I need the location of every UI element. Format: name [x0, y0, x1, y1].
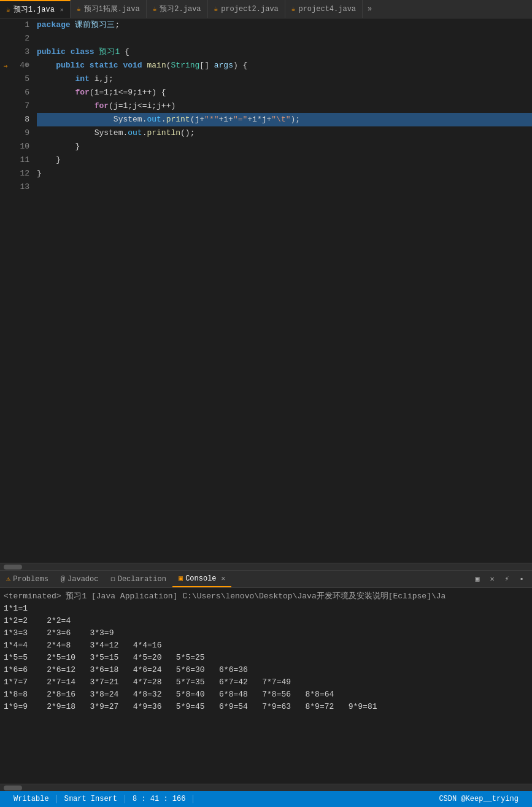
code-line-11: }	[37, 153, 532, 167]
tab-预习1拓展[interactable]: ☕ 预习1拓展.java	[71, 0, 147, 18]
code-line-5: int i,j;	[37, 72, 532, 86]
tab-预习2[interactable]: ☕ 预习2.java	[147, 0, 208, 18]
line-num-3: 3	[11, 45, 29, 59]
code-line-10: }	[37, 140, 532, 153]
line-num-12: 12	[11, 167, 29, 180]
cursor-position-status: 8 : 41 : 166	[125, 795, 193, 803]
tab-label: 预习1.java	[13, 4, 55, 15]
bottom-tab-bar: ⚠ Problems @ Javadoc ◻ Declaration ▣ Con…	[0, 571, 532, 588]
output-line-4: 1*4=4 2*4=8 3*4=12 4*4=16	[4, 639, 528, 652]
gutter-3	[0, 45, 11, 59]
writable-status: Writable	[6, 795, 57, 803]
line-num-6: 6	[11, 86, 29, 99]
output-line-5: 1*5=5 2*5=10 3*5=15 4*5=20 5*5=25	[4, 652, 528, 664]
tab-overflow-button[interactable]: »	[363, 5, 377, 14]
editor-area: ⇒ 1 2 3 4⊕ 5 6 7 8 9 10 11 12 13 package…	[0, 18, 532, 563]
code-line-1: package 课前预习三;	[37, 18, 532, 32]
tab-project4[interactable]: ☕ project4.java	[285, 0, 363, 18]
code-line-12: }	[37, 167, 532, 180]
console-close-icon[interactable]: ✕	[222, 574, 226, 582]
console-terminated-line: <terminated> 预习1 [Java Application] C:\U…	[4, 590, 528, 603]
code-line-2	[37, 32, 532, 45]
line-num-10: 10	[11, 140, 29, 153]
editor-scrollbar-h[interactable]	[0, 563, 532, 570]
output-line-1: 1*1=1	[4, 603, 528, 615]
tab-label3: 预习2.java	[160, 4, 201, 14]
user-info-status: CSDN @Keep__trying	[431, 795, 526, 803]
line-num-11: 11	[11, 153, 29, 167]
insert-mode-status: Smart Insert	[57, 795, 125, 803]
output-line-2: 1*2=2 2*2=4	[4, 615, 528, 627]
gutter-10	[0, 140, 11, 153]
line-num-2: 2	[11, 32, 29, 45]
tab-预习1[interactable]: ☕ 预习1.java ✕	[0, 0, 71, 18]
gutter-11	[0, 153, 11, 167]
code-editor[interactable]: package 课前预习三; public class 预习1 { public…	[34, 18, 532, 563]
terminate-button[interactable]: ⚡	[501, 574, 512, 585]
problems-icon: ⚠	[6, 574, 10, 584]
line-num-8: 8	[11, 113, 29, 126]
tab-label5: project4.java	[298, 5, 356, 14]
tab-declaration[interactable]: ◻ Declaration	[104, 571, 172, 587]
output-line-9: 1*9=9 2*9=18 3*9=27 4*9=36 5*9=45 6*9=54…	[4, 701, 528, 713]
tab-bar: ☕ 预习1.java ✕ ☕ 预习1拓展.java ☕ 预习2.java ☕ p…	[0, 0, 532, 18]
tab-label2: 预习1拓展.java	[84, 4, 140, 14]
console-icon: ▣	[179, 574, 183, 583]
console-output: <terminated> 预习1 [Java Application] C:\U…	[0, 588, 532, 784]
declaration-label: Declaration	[118, 575, 166, 584]
tab-label4: project2.java	[221, 5, 279, 14]
tab-project2[interactable]: ☕ project2.java	[208, 0, 285, 18]
code-line-6: for(i=1;i<=9;i++) {	[37, 86, 532, 99]
clear-console-button[interactable]: ▪	[516, 574, 527, 585]
java-file-icon4: ☕	[214, 5, 218, 13]
line-num-7: 7	[11, 99, 29, 113]
bottom-tab-actions: ▣ ✕ ⚡ ▪	[472, 574, 532, 585]
console-scrollbar-thumb[interactable]	[4, 786, 22, 790]
console-scrollbar-h[interactable]	[0, 784, 532, 791]
gutter-2	[0, 32, 11, 45]
code-line-3: public class 预习1 {	[37, 45, 532, 59]
output-line-8: 1*8=8 2*8=16 3*8=24 4*8=32 5*8=40 6*8=48…	[4, 689, 528, 701]
gutter-4: ⇒	[0, 59, 11, 72]
tab-console[interactable]: ▣ Console ✕	[172, 571, 231, 587]
java-file-icon5: ☕	[291, 5, 296, 13]
javadoc-icon: @	[61, 575, 65, 584]
output-line-6: 1*6=6 2*6=12 3*6=18 4*6=24 5*6=30 6*6=36	[4, 664, 528, 676]
tab-close-icon[interactable]: ✕	[60, 6, 64, 14]
console-label: Console	[185, 574, 216, 583]
gutter-8	[0, 113, 11, 126]
javadoc-label: Javadoc	[67, 575, 98, 584]
gutter-5	[0, 72, 11, 86]
line-num-4: 4⊕	[11, 59, 29, 72]
gutter-13	[0, 180, 11, 194]
scrollbar-thumb[interactable]	[4, 565, 22, 570]
java-file-icon: ☕	[6, 6, 10, 14]
code-line-8: System.out.print(j+"*"+i+"="+i*j+"\t");	[37, 113, 532, 126]
line-num-5: 5	[11, 72, 29, 86]
output-line-3: 1*3=3 2*3=6 3*3=9	[4, 627, 528, 639]
line-num-13: 13	[11, 180, 29, 194]
code-line-13	[37, 180, 532, 194]
code-line-7: for(j=1;j<=i;j++)	[37, 99, 532, 113]
output-line-7: 1*7=7 2*7=14 3*7=21 4*7=28 5*7=35 6*7=42…	[4, 676, 528, 689]
line-numbers: 1 2 3 4⊕ 5 6 7 8 9 10 11 12 13	[11, 18, 34, 563]
bottom-panel: ⚠ Problems @ Javadoc ◻ Declaration ▣ Con…	[0, 570, 532, 791]
gutter-12	[0, 167, 11, 180]
gutter-9	[0, 126, 11, 140]
gutter-7	[0, 99, 11, 113]
gutter-6	[0, 86, 11, 99]
gutter-indicators: ⇒	[0, 18, 11, 563]
close-panel-button[interactable]: ✕	[487, 574, 498, 585]
java-file-icon3: ☕	[153, 5, 157, 13]
code-line-4: public static void main(String[] args) {	[37, 59, 532, 72]
line-num-1: 1	[11, 18, 29, 32]
minimize-panel-button[interactable]: ▣	[472, 574, 483, 585]
line-num-9: 9	[11, 126, 29, 140]
status-bar: Writable Smart Insert 8 : 41 : 166 CSDN …	[0, 791, 532, 807]
code-line-9: System.out.println();	[37, 126, 532, 140]
tab-javadoc[interactable]: @ Javadoc	[55, 571, 105, 587]
tab-problems[interactable]: ⚠ Problems	[0, 571, 55, 587]
gutter-1	[0, 18, 11, 32]
declaration-icon: ◻	[110, 574, 115, 584]
java-file-icon2: ☕	[77, 5, 81, 13]
